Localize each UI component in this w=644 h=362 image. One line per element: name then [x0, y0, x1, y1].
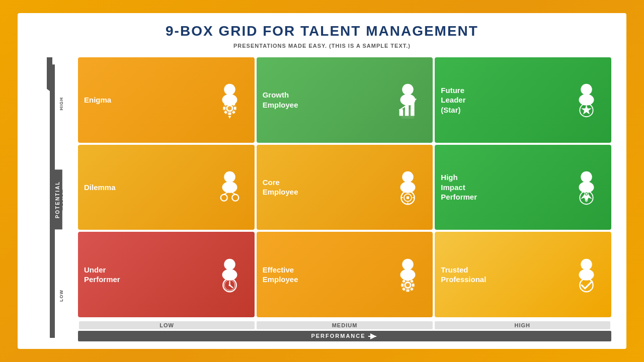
svg-rect-60 [407, 289, 410, 292]
cell-future-leader: FutureLeader(Star) [435, 57, 611, 143]
cell-enigma: Enigma [78, 57, 255, 143]
cell-trusted-icon [568, 256, 605, 294]
x-label-low: LOW [79, 321, 255, 329]
svg-point-35 [407, 196, 410, 199]
cell-under-performer: UnderPerformer [78, 232, 255, 317]
cell-high-impact-label: HighImpactPerformer [441, 172, 477, 202]
svg-point-48 [224, 258, 235, 270]
svg-rect-6 [228, 102, 231, 105]
svg-rect-61 [401, 284, 404, 287]
x-label-medium: MEDIUM [257, 321, 432, 329]
cell-effective-label: EffectiveEmployee [263, 265, 298, 285]
x-axis-labels: LOW MEDIUM HIGH [78, 321, 611, 329]
cell-growth-employee: GrowthEmployee [257, 57, 433, 143]
svg-rect-9 [234, 107, 236, 110]
svg-marker-14 [228, 116, 231, 119]
cell-high-impact-icon [568, 168, 605, 206]
svg-point-2 [224, 84, 235, 96]
cell-effective-employee: EffectiveEmployee [257, 232, 433, 317]
svg-point-25 [224, 171, 235, 183]
svg-point-40 [581, 171, 592, 183]
cell-dilemma: Dilemma [78, 145, 255, 230]
grid-row-medium: Dilemma Co [78, 145, 611, 230]
cell-growth-label: GrowthEmployee [263, 90, 298, 110]
cell-dilemma-icon [211, 168, 249, 206]
cell-trusted-label: TrustedProfessional [441, 265, 486, 285]
svg-point-15 [403, 84, 414, 96]
svg-point-54 [228, 284, 230, 286]
x-label-high: HIGH [435, 321, 610, 329]
svg-rect-8 [223, 107, 225, 110]
slide-title: 9-BOX GRID FOR TALENT MANAGEMENT [166, 23, 478, 39]
cell-future-leader-icon [568, 81, 605, 119]
performance-label: PERFORMANCE [78, 331, 611, 341]
cell-growth-icon [389, 81, 427, 119]
grid-container: POTENTIAL HIGH MEDIUM LOW Enigma [33, 57, 611, 341]
y-axis-area: POTENTIAL HIGH MEDIUM LOW [33, 57, 78, 341]
cell-enigma-label: Enigma [84, 95, 111, 105]
svg-point-67 [581, 258, 592, 270]
cell-core-employee: CoreEmployee [257, 145, 433, 230]
cell-trusted-professional: TrustedProfessional [435, 232, 611, 317]
slide-subtitle: Presentations Made Easy. (THIS IS A SAMP… [233, 41, 411, 49]
svg-rect-59 [407, 279, 410, 281]
svg-point-47 [585, 198, 588, 202]
svg-rect-62 [412, 284, 415, 287]
cell-under-performer-label: UnderPerformer [84, 265, 120, 285]
potential-label: POTENTIAL [53, 169, 62, 229]
cell-future-leader-label: FutureLeader(Star) [441, 85, 465, 115]
svg-point-28 [232, 195, 238, 201]
performance-bar: PERFORMANCE [78, 331, 611, 341]
cell-effective-icon [389, 256, 427, 294]
cell-high-impact: HighImpactPerformer [435, 145, 611, 230]
cell-core-label: CoreEmployee [263, 177, 298, 197]
cell-core-icon [389, 168, 427, 206]
cell-dilemma-label: Dilemma [84, 183, 116, 193]
svg-point-21 [581, 84, 592, 96]
cell-enigma-icon [211, 81, 249, 119]
grid-row-high: Enigma [78, 57, 611, 143]
svg-point-27 [220, 195, 227, 201]
svg-point-31 [403, 171, 414, 183]
svg-marker-24 [581, 105, 592, 115]
grid-row-low: UnderPerformer [78, 232, 611, 317]
slide: 9-BOX GRID FOR TALENT MANAGEMENT Present… [18, 13, 626, 349]
grid-main: Enigma [78, 57, 611, 341]
cell-under-performer-icon [211, 256, 249, 294]
y-level-low: LOW [59, 290, 64, 302]
svg-rect-7 [228, 113, 231, 115]
svg-point-55 [403, 258, 414, 270]
y-level-high: HIGH [59, 97, 64, 111]
